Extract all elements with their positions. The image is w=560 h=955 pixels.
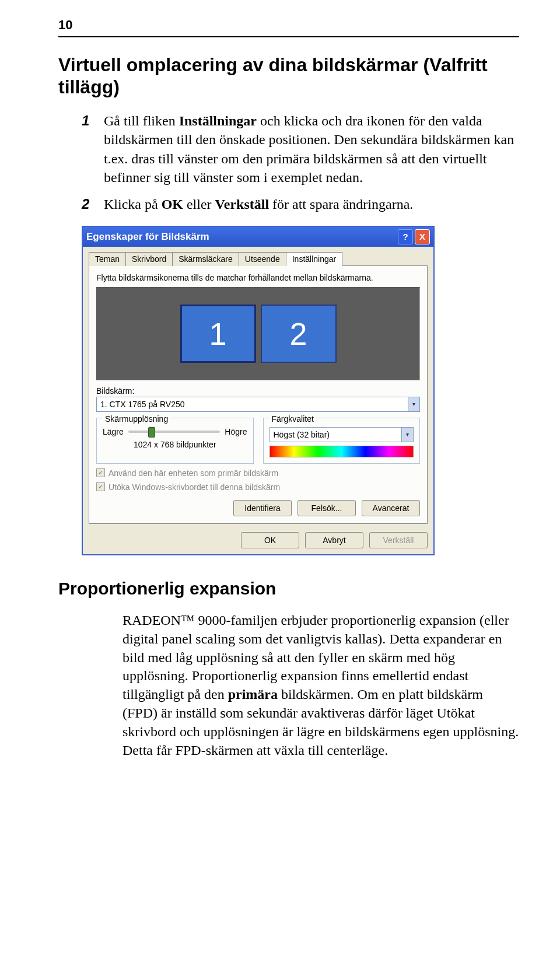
color-quality-dropdown[interactable]: Högst (32 bitar) ▾ (270, 427, 414, 442)
divider (58, 36, 519, 37)
checkbox-extend-label: Utöka Windows-skrivbordet till denna bil… (108, 482, 280, 492)
chevron-down-icon[interactable]: ▾ (401, 428, 413, 442)
display-properties-dialog: Egenskaper för Bildskärm ? X Teman Skriv… (82, 226, 435, 555)
checkbox-primary-label: Använd den här enheten som primär bildsk… (108, 468, 278, 478)
chevron-down-icon[interactable]: ▾ (408, 397, 419, 411)
proportional-expansion-paragraph: RADEON™ 9000-familjen erbjuder proportio… (123, 611, 519, 760)
instruction-text: Flytta bildskärmsikonerna tills de match… (96, 273, 420, 282)
resolution-low-label: Lägre (103, 427, 124, 436)
checkbox-extend[interactable]: ✓ (96, 482, 105, 491)
resolution-value: 1024 x 768 bildpunkter (103, 440, 247, 449)
checkbox-primary[interactable]: ✓ (96, 468, 105, 477)
color-quality-value: Högst (32 bitar) (270, 430, 402, 439)
step-number: 1 (82, 111, 94, 187)
help-button[interactable]: ? (398, 229, 413, 244)
titlebar: Egenskaper för Bildskärm ? X (83, 227, 433, 247)
bildskarm-label: Bildskärm: (96, 386, 420, 396)
monitor-arrangement-area[interactable]: 1 2 (96, 287, 420, 380)
advanced-button[interactable]: Avancerat (362, 500, 420, 516)
tab-skrivbord[interactable]: Skrivbord (125, 252, 173, 266)
close-button[interactable]: X (415, 229, 430, 244)
step-number: 2 (82, 195, 94, 214)
color-spectrum-preview (270, 446, 414, 457)
resolution-legend: Skärmupplösning (103, 414, 170, 424)
step-item: 2 Klicka på OK eller Verkställ för att s… (82, 195, 519, 214)
page-number: 10 (58, 18, 519, 33)
bildskarm-dropdown[interactable]: 1. CTX 1765 på RV250 ▾ (96, 397, 420, 412)
step-text: Gå till fliken Inställningar och klicka … (104, 111, 519, 187)
heading-proportional-expansion: Proportionerlig expansion (58, 579, 519, 599)
tab-skarmslackare[interactable]: Skärmsläckare (172, 252, 239, 266)
troubleshoot-button[interactable]: Felsök... (298, 500, 356, 516)
monitor-2-icon[interactable]: 2 (261, 305, 337, 363)
cancel-button[interactable]: Avbryt (305, 532, 363, 548)
resolution-slider[interactable] (128, 431, 220, 433)
tab-installningar[interactable]: Inställningar (286, 252, 343, 266)
resolution-fieldset: Skärmupplösning Lägre Högre 1024 x 768 b… (96, 418, 254, 464)
tab-teman[interactable]: Teman (89, 252, 126, 266)
apply-button[interactable]: Verkställ (369, 532, 428, 548)
heading-virtual-placement: Virtuell omplacering av dina bildskärmar… (58, 54, 519, 99)
ok-button[interactable]: OK (241, 532, 299, 548)
color-quality-fieldset: Färgkvalitet Högst (32 bitar) ▾ (263, 418, 421, 464)
monitor-1-icon[interactable]: 1 (180, 305, 256, 363)
slider-thumb[interactable] (148, 427, 155, 438)
step-text: Klicka på OK eller Verkställ för att spa… (104, 195, 519, 214)
color-quality-legend: Färgkvalitet (270, 414, 316, 424)
step-item: 1 Gå till fliken Inställningar och klick… (82, 111, 519, 187)
primary-monitor-checkbox-row: ✓ Använd den här enheten som primär bild… (96, 468, 420, 478)
extend-desktop-checkbox-row: ✓ Utöka Windows-skrivbordet till denna b… (96, 482, 420, 492)
identify-button[interactable]: Identifiera (233, 500, 292, 516)
tab-utseende[interactable]: Utseende (239, 252, 286, 266)
step-list: 1 Gå till fliken Inställningar och klick… (82, 111, 519, 214)
dialog-title: Egenskaper för Bildskärm (86, 231, 209, 243)
resolution-high-label: Högre (225, 427, 247, 436)
bildskarm-value: 1. CTX 1765 på RV250 (97, 400, 408, 409)
